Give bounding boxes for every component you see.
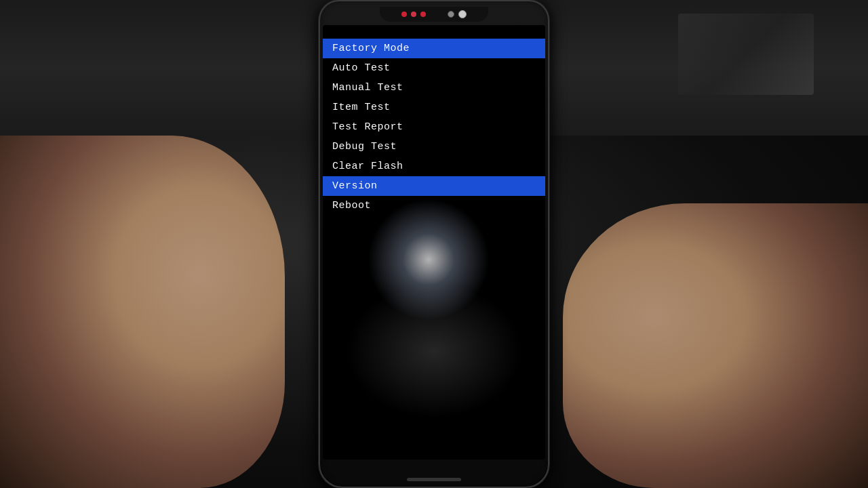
screen-glare xyxy=(368,199,490,321)
bench-item xyxy=(678,14,814,95)
menu-item-debug-test[interactable]: Debug Test xyxy=(323,137,545,157)
indicator-dot-1 xyxy=(401,12,407,17)
left-hand xyxy=(0,136,285,488)
camera-dot xyxy=(448,11,454,18)
menu-item-test-report[interactable]: Test Report xyxy=(323,117,545,137)
factory-mode-menu: Factory ModeAuto TestManual TestItem Tes… xyxy=(323,39,545,216)
light-leak xyxy=(345,283,523,419)
right-hand xyxy=(563,203,868,488)
phone-top-bar xyxy=(380,7,488,22)
home-bar xyxy=(407,478,461,481)
menu-item-auto-test[interactable]: Auto Test xyxy=(323,58,545,78)
phone: Factory ModeAuto TestManual TestItem Tes… xyxy=(319,0,549,488)
menu-item-manual-test[interactable]: Manual Test xyxy=(323,78,545,98)
indicator-dot-2 xyxy=(411,12,416,17)
volume-down-button xyxy=(319,100,320,134)
menu-item-item-test[interactable]: Item Test xyxy=(323,98,545,117)
front-camera xyxy=(458,10,467,18)
menu-item-version[interactable]: Version xyxy=(323,176,545,196)
menu-item-clear-flash[interactable]: Clear Flash xyxy=(323,157,545,176)
phone-screen: Factory ModeAuto TestManual TestItem Tes… xyxy=(323,25,545,460)
volume-up-button xyxy=(319,69,320,89)
power-button xyxy=(548,83,549,110)
menu-item-reboot[interactable]: Reboot xyxy=(323,196,545,216)
menu-item-factory-mode[interactable]: Factory Mode xyxy=(323,39,545,58)
indicator-dot-3 xyxy=(420,12,426,17)
